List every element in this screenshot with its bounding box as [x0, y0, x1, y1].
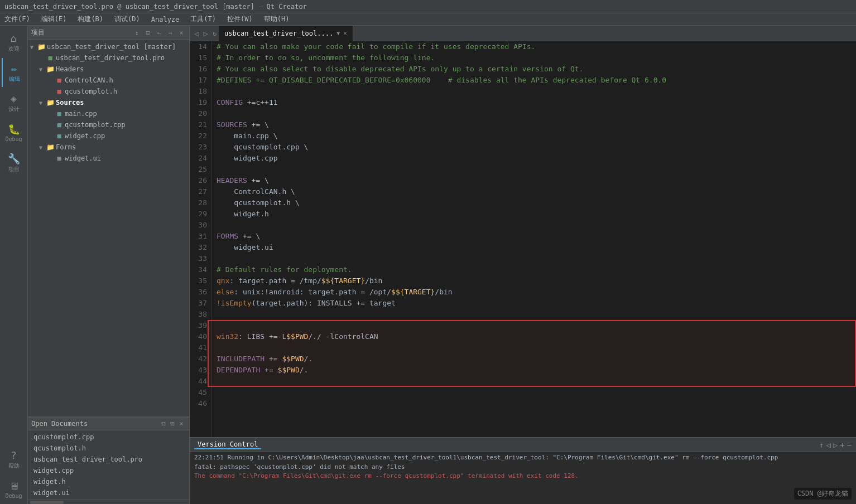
tree-label: widget.cpp [65, 132, 105, 140]
doc-item[interactable]: qcustomplot.h [28, 443, 189, 454]
tab-fwd-btn[interactable]: ▷ [201, 29, 210, 38]
tree-item-qcustomplot_h[interactable]: ■qcustomplot.h [28, 86, 189, 97]
tree-label: Headers [56, 65, 84, 73]
line-number: 22 [194, 130, 207, 142]
sidebar-icon-help[interactable]: ?帮助 [2, 445, 26, 474]
menu-item[interactable]: 构建(B) [75, 14, 105, 25]
bottom-panel-header: Version Control ↑ ◁ ▷ + − [190, 438, 856, 452]
tree-icon: ■ [55, 132, 64, 140]
doc-item[interactable]: widget.ui [28, 487, 189, 498]
line-number: 32 [194, 242, 207, 253]
line-number: 24 [194, 153, 207, 164]
editor-tab-pro[interactable]: usbcan_test_driver_tool.... ▼ ✕ [219, 26, 353, 41]
bottom-prev-icon[interactable]: ◁ [826, 440, 830, 449]
menu-item[interactable]: Analyze [149, 15, 182, 24]
back-icon[interactable]: ← [155, 28, 163, 37]
code-line: # Default rules for deployment. [217, 264, 852, 275]
open-docs-split-icon[interactable]: ⊟ [159, 419, 168, 428]
bottom-upload-icon[interactable]: ↑ [819, 440, 824, 449]
menu-item[interactable]: 控件(W) [225, 14, 255, 25]
titlebar: usbcan_test_driver_tool.pro @ usbcan_tes… [0, 0, 856, 13]
doc-item[interactable]: widget.cpp [28, 465, 189, 476]
log-line: 22:21:51 Running in C:\Users\Admin\Deskt… [194, 453, 852, 463]
code-line: #DEFINES += QT_DISABLE_DEPRECATED_BEFORE… [217, 75, 852, 86]
sidebar-icon-edit[interactable]: ✏编辑 [2, 58, 26, 87]
doc-item[interactable]: widget.h [28, 476, 189, 487]
line-number: 26 [194, 175, 207, 186]
tree-label: qcustomplot.cpp [65, 121, 125, 129]
code-line [217, 86, 852, 97]
line-number: 20 [194, 108, 207, 119]
line-number: 28 [194, 197, 207, 209]
sidebar-icon-debug[interactable]: 🐛Debug [2, 118, 26, 147]
line-number: 43 [194, 365, 207, 376]
close-panel-icon[interactable]: × [177, 28, 186, 37]
line-number: 44 [194, 376, 207, 387]
code-lines: # You can also make your code fail to co… [212, 41, 856, 409]
tree-item-widget_cpp[interactable]: ■widget.cpp [28, 130, 189, 142]
line-number: 42 [194, 353, 207, 365]
tree-icon: 📁 [46, 99, 55, 106]
menubar: 文件(F)编辑(E)构建(B)调试(D)Analyze工具(T)控件(W)帮助(… [0, 13, 856, 26]
line-number: 15 [194, 52, 207, 64]
menu-item[interactable]: 文件(F) [2, 14, 32, 25]
project-toolbar: 项目 ↕ ⊟ ← → × [28, 26, 189, 40]
line-number: 16 [194, 64, 207, 75]
tree-icon: ■ [55, 76, 64, 84]
tree-item-sources[interactable]: ▼📁Sources [28, 97, 189, 108]
tree-item-qcustomplot_cpp[interactable]: ■qcustomplot.cpp [28, 119, 189, 130]
menu-item[interactable]: 调试(D) [112, 14, 142, 25]
open-docs-header: Open Documents ⊟ ⊞ × [28, 417, 189, 430]
fwd-icon[interactable]: → [166, 28, 175, 37]
tree-item-forms[interactable]: ▼📁Forms [28, 142, 189, 153]
tab-back-btn[interactable]: ◁ [192, 29, 201, 38]
tree-label: widget.ui [65, 154, 101, 162]
code-line: # You can also select to disable depreca… [217, 64, 852, 75]
tree-icon: ■ [55, 110, 64, 118]
code-editor[interactable]: 1415161718192021222324252627282930313233… [190, 41, 856, 437]
doc-item[interactable]: qcustomplot.cpp [28, 432, 189, 443]
bottom-add-icon[interactable]: + [840, 440, 844, 449]
code-line [217, 342, 852, 353]
filter-icon[interactable]: ⊟ [143, 28, 152, 37]
sync-icon[interactable]: ↕ [132, 28, 141, 37]
menu-item[interactable]: 工具(T) [188, 14, 218, 25]
bottom-remove-icon[interactable]: − [847, 440, 852, 449]
code-line: SOURCES += \ [217, 119, 852, 130]
tree-label: usbcan_test_driver_tool [master] [47, 43, 176, 51]
tree-icon: 📁 [37, 43, 46, 51]
tree-item-main_cpp[interactable]: ■main.cpp [28, 108, 189, 119]
bottom-next-icon[interactable]: ▷ [833, 440, 838, 449]
code-line: CONFIG +=c++11 [217, 97, 852, 108]
sidebar-icon-design[interactable]: ◈设计 [2, 88, 26, 117]
tree-item-headers[interactable]: ▼📁Headers [28, 64, 189, 75]
code-content: 1415161718192021222324252627282930313233… [190, 41, 856, 437]
sidebar-icons: ⌂欢迎✏编辑◈设计🐛Debug🔧项目?帮助🖥Debug [0, 26, 28, 504]
line-number: 37 [194, 298, 207, 309]
menu-item[interactable]: 帮助(H) [262, 14, 292, 25]
tree-item-widget_ui[interactable]: ■widget.ui [28, 153, 189, 164]
open-docs-label: Open Documents [31, 420, 159, 428]
tree-item-pro_file[interactable]: ■usbcan_test_driver_tool.pro [28, 52, 189, 64]
line-number: 19 [194, 97, 207, 108]
tab-close-btn[interactable]: ✕ [343, 30, 347, 37]
sidebar-icon-bottom[interactable]: 🖥Debug [2, 475, 26, 504]
tree-icon: ■ [55, 88, 64, 95]
sidebar-icon-welcome[interactable]: ⌂欢迎 [2, 28, 26, 57]
version-control-tab[interactable]: Version Control [194, 440, 261, 449]
doc-item[interactable]: usbcan_test_driver_tool.pro [28, 454, 189, 465]
tree-item-controlcan_h[interactable]: ■ControlCAN.h [28, 75, 189, 86]
code-line: widget.h [217, 209, 852, 220]
code-line: INCLUDEPATH += $$PWD/. [217, 353, 852, 365]
menu-item[interactable]: 编辑(E) [39, 14, 69, 25]
watermark: CSDN @好奇龙猫 [794, 488, 852, 500]
sidebar-icon-project[interactable]: 🔧项目 [2, 148, 26, 177]
tab-sync-btn[interactable]: ↻ [210, 30, 219, 37]
open-docs-grid-icon[interactable]: ⊞ [168, 419, 177, 428]
line-number: 36 [194, 287, 207, 298]
code-line: DEPENDPATH += $$PWD/. [217, 365, 852, 376]
code-line [217, 253, 852, 264]
tree-item-root[interactable]: ▼📁usbcan_test_driver_tool [master] [28, 41, 189, 52]
open-docs-close-icon[interactable]: × [177, 419, 186, 428]
line-number: 38 [194, 309, 207, 320]
